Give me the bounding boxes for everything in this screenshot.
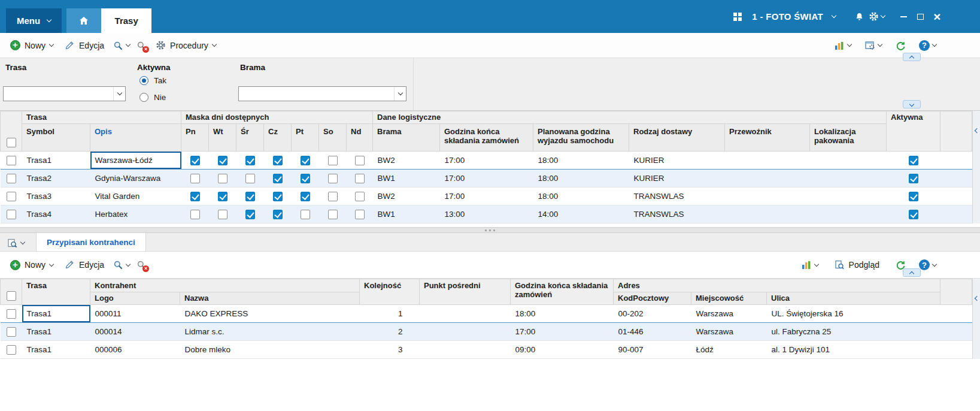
day-checkbox[interactable] — [355, 174, 365, 183]
day-checkbox[interactable] — [218, 174, 227, 183]
table-row[interactable]: Trasa1 000006 Dobre mleko 3 09:00 90-007… — [1, 341, 972, 359]
col-header-godzina[interactable]: Godzina końca składania zamówień — [440, 124, 533, 152]
select-all-checkbox[interactable] — [7, 291, 16, 301]
panel-collapse-strip[interactable] — [972, 111, 980, 223]
table-row[interactable]: Trasa3 Vital Garden BW2 17:00 18:00 TRAN… — [1, 188, 972, 206]
col-header-brama[interactable]: Brama — [373, 124, 440, 152]
maximize-button[interactable] — [912, 9, 929, 25]
day-checkbox[interactable] — [328, 210, 338, 219]
table-row[interactable]: Trasa4 Herbatex BW1 13:00 14:00 TRANSWLA… — [1, 206, 972, 223]
filter-collapse-button[interactable] — [903, 100, 921, 108]
filter-brama-combobox[interactable] — [238, 86, 406, 101]
day-checkbox[interactable] — [190, 174, 200, 183]
open-windows-grid-icon[interactable] — [730, 10, 745, 24]
radio-tak-icon[interactable] — [139, 76, 148, 85]
menu-button[interactable]: Menu — [6, 8, 62, 33]
filter-trasa-combobox[interactable] — [3, 86, 126, 101]
col-header-godzina[interactable]: Godzina końca składania zamówień — [511, 279, 614, 305]
close-button[interactable] — [929, 9, 945, 25]
minimize-button[interactable] — [895, 9, 912, 25]
day-checkbox[interactable] — [273, 210, 283, 219]
layout-settings-button[interactable] — [861, 37, 885, 55]
day-checkbox[interactable] — [355, 210, 365, 219]
col-header-day-cz[interactable]: Cz — [264, 124, 292, 152]
col-header-day-nd[interactable]: Nd — [347, 124, 373, 152]
nowy-button[interactable]: Nowy — [5, 37, 59, 55]
splitter-handle[interactable] — [0, 227, 980, 233]
row-select-checkbox[interactable] — [7, 327, 16, 337]
col-header-logo[interactable]: Logo — [90, 292, 180, 305]
col-header-ulica[interactable]: Ulica — [767, 292, 940, 305]
delete-button[interactable]: × — [133, 256, 150, 274]
radio-nie[interactable]: Nie — [139, 93, 166, 102]
radio-tak[interactable]: Tak — [139, 76, 166, 85]
aktywna-checkbox[interactable] — [909, 156, 918, 165]
col-header-rodzaj[interactable]: Rodzaj dostawy — [629, 124, 725, 152]
tab-home[interactable] — [66, 8, 101, 33]
chart-button[interactable] — [798, 256, 821, 274]
col-header-nazwa[interactable]: Nazwa — [180, 292, 360, 305]
table-row[interactable]: Trasa2 Gdynia-Warszawa BW1 17:00 18:00 K… — [1, 170, 972, 188]
search-button[interactable] — [110, 37, 133, 55]
day-checkbox[interactable] — [190, 192, 200, 201]
notifications-bell-icon[interactable] — [852, 10, 866, 24]
col-header-punkt[interactable]: Punkt pośredni — [420, 279, 511, 305]
col-header-kod[interactable]: KodPocztowy — [614, 292, 691, 305]
tab-przypisani-kontrahenci[interactable]: Przypisani kontrahenci — [36, 232, 146, 251]
col-header-opis[interactable]: Opis — [90, 124, 181, 152]
delete-button[interactable]: × — [133, 37, 150, 55]
col-header-przewoznik[interactable]: Przewoźnik — [725, 124, 810, 152]
day-checkbox[interactable] — [218, 156, 227, 165]
podglad-button[interactable]: Podgląd — [829, 256, 885, 274]
radio-nie-icon[interactable] — [139, 93, 148, 102]
day-checkbox[interactable] — [328, 174, 338, 183]
day-checkbox[interactable] — [355, 156, 365, 165]
col-header-planowana[interactable]: Planowana godzina wyjazdu samochodu — [533, 124, 629, 152]
aktywna-checkbox[interactable] — [909, 210, 918, 219]
select-all-checkbox[interactable] — [7, 138, 16, 147]
tab-trasy[interactable]: Trasy — [101, 8, 151, 33]
row-select-checkbox[interactable] — [7, 174, 16, 183]
edycja-button[interactable]: Edycja — [59, 256, 110, 274]
day-checkbox[interactable] — [218, 210, 227, 219]
col-header-day-sr[interactable]: Śr — [236, 124, 264, 152]
row-select-checkbox[interactable] — [7, 210, 16, 219]
day-checkbox[interactable] — [190, 210, 200, 219]
edycja-button[interactable]: Edycja — [59, 37, 110, 55]
col-header-symbol[interactable]: Symbol — [22, 124, 90, 152]
settings-gear-icon[interactable] — [866, 10, 887, 24]
aktywna-checkbox[interactable] — [909, 192, 918, 201]
aktywna-checkbox[interactable] — [909, 174, 918, 183]
toolbar-collapse-button[interactable] — [903, 268, 921, 277]
day-checkbox[interactable] — [245, 210, 255, 219]
col-header-day-wt[interactable]: Wt — [209, 124, 236, 152]
day-checkbox[interactable] — [301, 192, 310, 201]
row-select-checkbox[interactable] — [7, 156, 16, 165]
table-row[interactable]: Trasa1 000011 DAKO EXPRESS 1 18:00 00-20… — [1, 305, 972, 323]
col-header-trasa[interactable]: Trasa — [22, 279, 90, 305]
col-header-miejscowosc[interactable]: Miejscowość — [691, 292, 767, 305]
day-checkbox[interactable] — [328, 156, 338, 165]
col-header-lokalizacja[interactable]: Lokalizacja pakowania — [810, 124, 887, 152]
day-checkbox[interactable] — [273, 174, 283, 183]
row-select-checkbox[interactable] — [7, 345, 16, 355]
day-checkbox[interactable] — [273, 192, 283, 201]
toolbar-collapse-button[interactable] — [903, 53, 921, 61]
company-selector-label[interactable]: 1 - FOTO ŚWIAT — [752, 11, 823, 22]
row-select-checkbox[interactable] — [7, 309, 16, 319]
day-checkbox[interactable] — [245, 174, 255, 183]
bottom-search-button[interactable] — [3, 235, 29, 251]
col-header-kolejnosc[interactable]: Kolejność — [360, 279, 420, 305]
chart-button[interactable] — [831, 37, 854, 55]
day-checkbox[interactable] — [218, 192, 227, 201]
table-row[interactable]: Trasa1 000014 Lidmar s.c. 2 17:00 01-446… — [1, 323, 972, 341]
day-checkbox[interactable] — [355, 192, 365, 201]
procedury-button[interactable]: Procedury — [150, 37, 222, 55]
refresh-button[interactable] — [892, 37, 909, 55]
search-button[interactable] — [110, 256, 133, 274]
day-checkbox[interactable] — [301, 174, 310, 183]
nowy-button[interactable]: Nowy — [5, 256, 59, 274]
company-chevron-down-icon[interactable] — [829, 10, 839, 24]
day-checkbox[interactable] — [245, 156, 255, 165]
day-checkbox[interactable] — [301, 210, 310, 219]
